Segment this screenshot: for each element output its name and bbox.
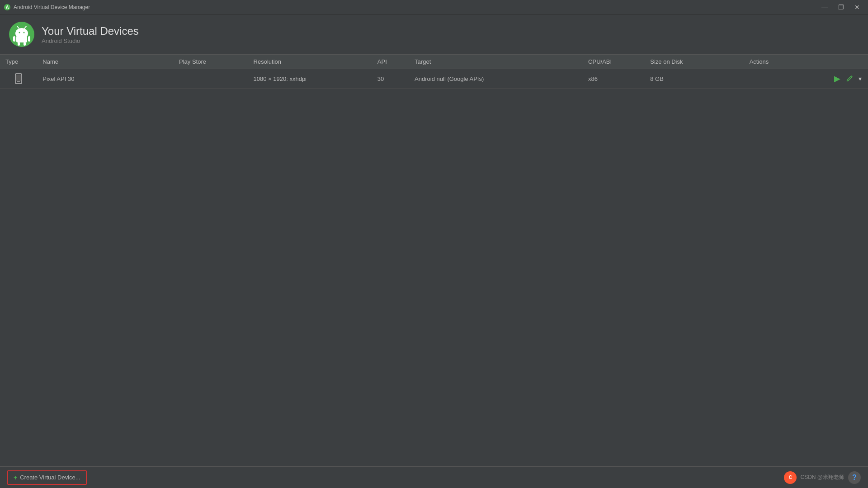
cell-name: Pixel API 30 [37, 69, 174, 89]
play-icon: ▶ [834, 74, 840, 84]
csdn-icon: C [784, 471, 797, 484]
col-header-size: Size on Disk [645, 55, 744, 69]
edit-button[interactable] [845, 74, 854, 83]
svg-rect-9 [13, 36, 15, 42]
cell-playstore [174, 69, 248, 89]
cell-target: Android null (Google APIs) [409, 69, 583, 89]
col-header-cpu: CPU/ABI [583, 55, 645, 69]
svg-rect-11 [18, 42, 20, 46]
minimize-button[interactable]: — [817, 1, 832, 14]
svg-rect-8 [16, 36, 27, 42]
table-header-row: Type Name Play Store Resolution API Targ… [0, 55, 868, 69]
bottom-bar: + Create Virtual Device... C CSDN @米翔老师 … [0, 466, 868, 488]
create-device-label: Create Virtual Device... [20, 474, 80, 481]
title-bar-text: Android Virtual Device Manager [14, 4, 90, 10]
chevron-down-icon: ▾ [859, 75, 862, 82]
maximize-button[interactable]: ❐ [834, 1, 848, 14]
page-subtitle: Android Studio [42, 38, 139, 44]
col-header-playstore: Play Store [174, 55, 248, 69]
device-type-icon [5, 73, 32, 84]
svg-point-5 [24, 32, 25, 33]
svg-point-4 [19, 32, 20, 33]
app-header: Your Virtual Devices Android Studio [0, 14, 868, 54]
pencil-icon [846, 75, 853, 82]
cell-api: 30 [372, 69, 409, 89]
bottom-right: C CSDN @米翔老师 ? [784, 471, 861, 484]
title-bar-left: A Android Virtual Device Manager [4, 4, 90, 11]
cell-cpu: x86 [583, 69, 645, 89]
cell-type [0, 69, 37, 89]
svg-text:A: A [5, 5, 9, 10]
col-header-type: Type [0, 55, 37, 69]
run-button[interactable]: ▶ [833, 73, 841, 84]
col-header-resolution: Resolution [248, 55, 372, 69]
col-header-name: Name [37, 55, 174, 69]
android-studio-icon: A [4, 4, 11, 11]
phone-icon [13, 73, 24, 84]
title-bar-controls: — ❐ ✕ [817, 1, 864, 14]
col-header-actions: Actions [744, 55, 868, 69]
page-title: Your Virtual Devices [42, 25, 139, 38]
svg-rect-15 [16, 75, 21, 81]
more-actions-button[interactable]: ▾ [858, 74, 863, 83]
svg-rect-10 [28, 36, 30, 42]
csdn-label: CSDN @米翔老师 [800, 474, 844, 481]
col-header-api: API [372, 55, 409, 69]
device-rows: Pixel API 301080 × 1920: xxhdpi30Android… [0, 69, 868, 89]
cell-size: 8 GB [645, 69, 744, 89]
close-button[interactable]: ✕ [850, 1, 864, 14]
actions-cell: ▶ ▾ [750, 73, 863, 84]
device-table: Type Name Play Store Resolution API Targ… [0, 54, 868, 89]
plus-icon: + [14, 474, 17, 481]
col-header-target: Target [409, 55, 583, 69]
title-bar: A Android Virtual Device Manager — ❐ ✕ [0, 0, 868, 14]
header-text: Your Virtual Devices Android Studio [42, 25, 139, 44]
cell-actions: ▶ ▾ [744, 69, 868, 89]
svg-rect-12 [24, 42, 26, 46]
help-icon[interactable]: ? [848, 471, 861, 484]
table-row[interactable]: Pixel API 301080 × 1920: xxhdpi30Android… [0, 69, 868, 89]
android-logo [9, 22, 34, 47]
create-virtual-device-button[interactable]: + Create Virtual Device... [7, 470, 87, 485]
cell-resolution: 488 × 868: xxhdpi [248, 69, 372, 89]
